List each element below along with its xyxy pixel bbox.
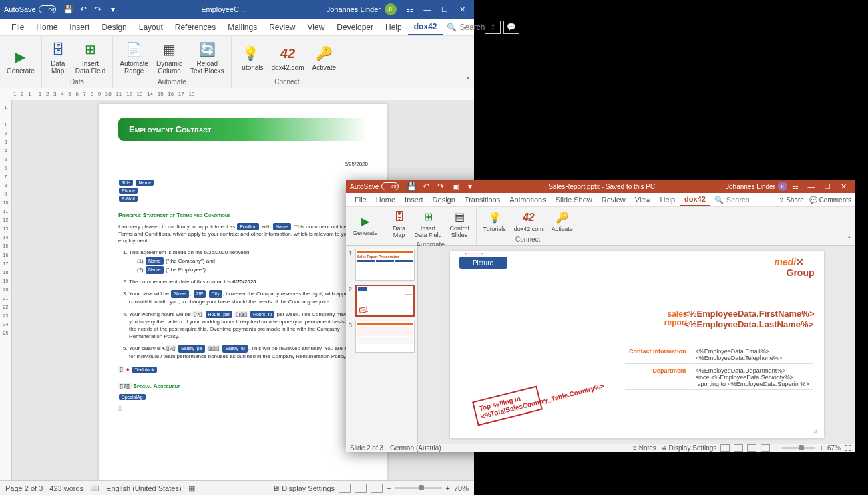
maximize-icon[interactable]: ☐ xyxy=(437,3,453,16)
ppt-close-icon[interactable]: ✕ xyxy=(835,180,851,193)
field-email[interactable]: E-Mail xyxy=(119,196,138,202)
dynamic-column-button[interactable]: ▦Dynamic Column xyxy=(152,37,186,77)
collapse-ribbon-icon[interactable]: ˄ xyxy=(462,76,474,88)
tab-developer[interactable]: Developer xyxy=(331,20,379,35)
ppt-activate-button[interactable]: 🔑Activate xyxy=(548,208,577,235)
qat-dropdown-icon[interactable]: ▾ xyxy=(107,4,118,15)
ppt-minimize-icon[interactable]: — xyxy=(803,180,819,193)
tab-layout[interactable]: Layout xyxy=(133,20,169,35)
ppt-search-box[interactable]: 🔍 Search xyxy=(714,196,750,204)
view-print-icon[interactable] xyxy=(355,484,367,493)
zoom-out-icon[interactable]: − xyxy=(387,484,391,492)
ppt-tab-file[interactable]: File xyxy=(350,194,371,206)
ppt-zoom-level[interactable]: 67% xyxy=(827,444,841,452)
ppt-view-reading-icon[interactable] xyxy=(747,444,756,452)
user-avatar[interactable]: JL xyxy=(385,3,397,15)
ppt-view-sorter-icon[interactable] xyxy=(734,444,743,452)
ppt-tab-animations[interactable]: Animations xyxy=(505,194,550,206)
ppt-user-avatar[interactable]: JL xyxy=(778,182,787,191)
vertical-ruler[interactable]: 1·12345678910111213141516171819202122232… xyxy=(0,100,12,480)
tab-mailings[interactable]: Mailings xyxy=(222,20,263,35)
ppt-zoom-in-icon[interactable]: + xyxy=(819,444,823,452)
ppt-maximize-icon[interactable]: ☐ xyxy=(819,180,835,193)
field-phone[interactable]: Phone xyxy=(119,188,138,194)
thumbnail-3[interactable] xyxy=(355,321,415,353)
ppt-comments-button[interactable]: 💬 Comments xyxy=(809,196,851,204)
status-page[interactable]: Page 2 of 3 xyxy=(5,484,43,492)
ribbon-options-icon[interactable]: ⚏ xyxy=(402,3,418,16)
ppt-view-slideshow-icon[interactable] xyxy=(761,444,770,452)
ppt-notes-button[interactable]: ≡ Notes xyxy=(633,444,656,452)
ppt-status-language[interactable]: German (Austria) xyxy=(390,444,441,452)
ppt-status-slide[interactable]: Slide 2 of 3 xyxy=(350,444,383,452)
ppt-slideshow-icon[interactable]: ▣ xyxy=(450,181,461,192)
spellcheck-icon[interactable]: 📖 xyxy=(90,484,99,492)
undo-icon[interactable]: ↶ xyxy=(78,4,89,15)
search-box[interactable]: 🔍 Search xyxy=(447,23,485,32)
ppt-control-slides-button[interactable]: ▤Control Slides xyxy=(446,208,473,240)
ppt-insert-field-button[interactable]: ⊞Insert Data Field xyxy=(411,208,446,240)
ppt-view-normal-icon[interactable] xyxy=(720,444,730,452)
tab-references[interactable]: References xyxy=(169,20,222,35)
ppt-tutorials-button[interactable]: 💡Tutorials xyxy=(479,208,510,235)
ppt-zoom-slider[interactable] xyxy=(782,447,815,449)
ppt-tab-transitions[interactable]: Transitions xyxy=(460,194,505,206)
zoom-in-icon[interactable]: + xyxy=(446,484,450,492)
ppt-autosave-toggle[interactable]: AutoSave Off xyxy=(350,182,399,190)
tab-file[interactable]: File xyxy=(5,20,30,35)
ppt-tab-insert[interactable]: Insert xyxy=(400,194,428,206)
ppt-data-map-button[interactable]: 🗄Data Map xyxy=(388,208,411,240)
reload-text-blocks-button[interactable]: 🔄Reload Text Blocks xyxy=(186,37,228,77)
ppt-qat-dropdown-icon[interactable]: ▾ xyxy=(465,181,475,192)
ppt-save-icon[interactable]: 💾 xyxy=(406,181,417,192)
tab-view[interactable]: View xyxy=(302,20,331,35)
ppt-zoom-out-icon[interactable]: − xyxy=(774,444,778,452)
horizontal-ruler[interactable]: 1 · 2 · 1 · · 1 · 2 · 3 · 4 · 5 · 6 · 7 … xyxy=(0,88,474,100)
tab-insert[interactable]: Insert xyxy=(63,20,95,35)
ppt-undo-icon[interactable]: ↶ xyxy=(421,181,431,192)
save-icon[interactable]: 💾 xyxy=(63,4,74,15)
autosave-toggle[interactable]: AutoSave Off xyxy=(4,5,56,13)
dox42com-button[interactable]: 42dox42.com xyxy=(268,37,308,77)
ppt-tab-home[interactable]: Home xyxy=(371,194,400,206)
data-map-button[interactable]: 🗄Data Map xyxy=(45,37,71,77)
zoom-slider[interactable] xyxy=(395,487,442,489)
minimize-icon[interactable]: — xyxy=(419,3,435,16)
ppt-redo-icon[interactable]: ↷ xyxy=(435,181,446,192)
zoom-level[interactable]: 70% xyxy=(454,484,469,492)
ppt-tab-view[interactable]: View xyxy=(630,194,656,206)
slide-editor[interactable]: ⚙● Picture medi✕Group salesreport <%Empl… xyxy=(418,246,855,444)
redo-icon[interactable]: ↷ xyxy=(93,4,103,15)
macros-icon[interactable]: ▦ xyxy=(188,484,195,492)
status-words[interactable]: 423 words xyxy=(49,484,83,492)
tutorials-button[interactable]: 💡Tutorials xyxy=(234,37,268,77)
ppt-display-settings[interactable]: 🖥 Display Settings xyxy=(660,444,716,452)
activate-button[interactable]: 🔑Activate xyxy=(308,37,340,77)
tab-dox42[interactable]: dox42 xyxy=(408,19,443,35)
comments-icon[interactable]: 💬 xyxy=(503,21,519,34)
employee-name-fields[interactable]: <%EmployeeData.FirstName%><%EmployeeData… xyxy=(684,309,814,329)
ppt-tab-slideshow[interactable]: Slide Show xyxy=(551,194,597,206)
field-title[interactable]: Title xyxy=(119,180,133,186)
share-icon[interactable]: ⇪ xyxy=(485,21,501,34)
slide-canvas[interactable]: ⚙● Picture medi✕Group salesreport <%Empl… xyxy=(450,251,824,438)
generate-button[interactable]: ▶Generate xyxy=(3,37,39,85)
tab-home[interactable]: Home xyxy=(30,20,63,35)
picture-placeholder[interactable]: Picture xyxy=(459,257,507,269)
close-icon[interactable]: ✕ xyxy=(454,3,470,16)
field-name[interactable]: Name xyxy=(136,180,154,186)
status-language[interactable]: English (United States) xyxy=(106,484,182,492)
ppt-collapse-ribbon-icon[interactable]: ˄ xyxy=(843,234,855,245)
ppt-share-button[interactable]: ⇪ Share xyxy=(779,196,803,204)
ppt-tab-dox42[interactable]: dox42 xyxy=(680,193,710,206)
top-selling-stamp[interactable]: Top selling in <%TotalSalesCountry_Table… xyxy=(472,385,543,426)
tab-review[interactable]: Review xyxy=(263,20,301,35)
document-page[interactable]: Employment Contract 6/25/2020 Title Name… xyxy=(99,104,387,480)
view-web-icon[interactable] xyxy=(371,484,383,493)
ppt-tab-help[interactable]: Help xyxy=(655,194,680,206)
ppt-ribbon-options-icon[interactable]: ⚏ xyxy=(787,180,803,193)
view-focus-icon[interactable] xyxy=(339,484,351,493)
tab-help[interactable]: Help xyxy=(379,20,408,35)
automate-range-button[interactable]: 📄Automate Range xyxy=(116,37,152,77)
ppt-dox42com-button[interactable]: 42dox42.com xyxy=(510,208,548,235)
